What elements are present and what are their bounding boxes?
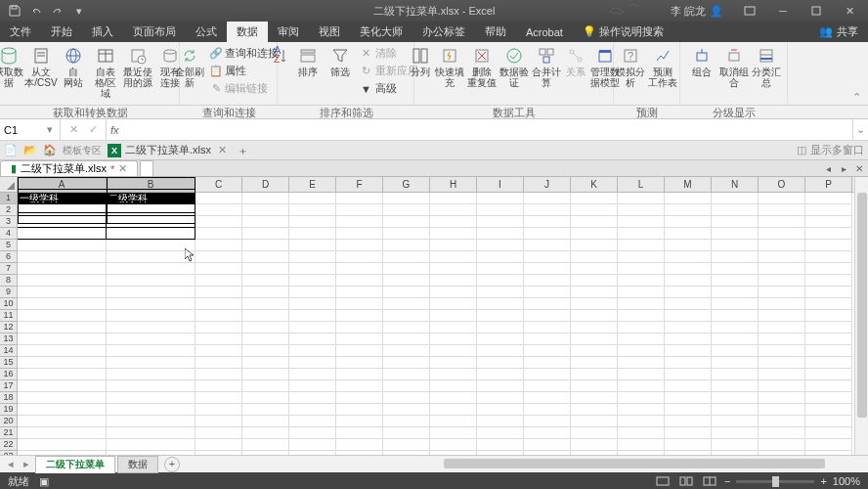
cell[interactable] <box>242 204 289 216</box>
cell[interactable] <box>524 404 571 416</box>
cell[interactable] <box>18 228 107 240</box>
sheet-nav-prev-icon[interactable]: ◂ <box>4 458 18 470</box>
cell[interactable] <box>195 416 242 427</box>
cell[interactable] <box>571 404 618 416</box>
cell[interactable] <box>665 404 712 416</box>
cell[interactable] <box>571 298 618 310</box>
row-header[interactable]: 17 <box>0 380 18 392</box>
cell[interactable] <box>759 404 805 416</box>
row-header[interactable]: 13 <box>0 333 18 345</box>
prev-tab-icon[interactable]: ◂ <box>821 161 835 175</box>
row-header[interactable]: 18 <box>0 392 18 404</box>
cell[interactable] <box>107 439 195 451</box>
cell[interactable] <box>618 392 665 404</box>
cell[interactable] <box>430 333 477 345</box>
cell[interactable] <box>665 287 712 298</box>
cancel-formula-icon[interactable]: ✕ <box>65 123 82 136</box>
cell[interactable] <box>289 310 336 322</box>
cell[interactable] <box>665 322 712 333</box>
cell[interactable] <box>759 416 805 427</box>
page-break-icon[interactable] <box>701 474 718 488</box>
cell[interactable] <box>242 416 289 427</box>
tab-formulas[interactable]: 公式 <box>186 22 227 42</box>
cell[interactable] <box>18 357 107 369</box>
cell[interactable] <box>430 228 477 240</box>
cell[interactable] <box>477 287 524 298</box>
cell[interactable] <box>712 310 759 322</box>
cell[interactable] <box>430 392 477 404</box>
cell[interactable] <box>107 263 195 275</box>
cell[interactable] <box>805 204 852 216</box>
cell[interactable] <box>242 275 289 287</box>
cell[interactable] <box>242 287 289 298</box>
row-header[interactable]: 8 <box>0 275 18 287</box>
cell[interactable] <box>618 427 665 439</box>
cell[interactable] <box>665 416 712 427</box>
expand-formula-icon[interactable]: ⌄ <box>852 119 868 140</box>
row-header[interactable]: 1 <box>0 193 18 204</box>
cell[interactable] <box>18 240 107 251</box>
cell[interactable] <box>289 287 336 298</box>
cell[interactable] <box>336 392 383 404</box>
cell[interactable] <box>242 263 289 275</box>
cell[interactable] <box>759 357 805 369</box>
cell[interactable] <box>383 193 430 204</box>
cell[interactable] <box>571 369 618 380</box>
cell[interactable] <box>430 240 477 251</box>
cell[interactable] <box>383 369 430 380</box>
cell[interactable] <box>477 333 524 345</box>
cell[interactable] <box>665 263 712 275</box>
cell[interactable] <box>430 287 477 298</box>
ungroup-button[interactable]: 取消组合 <box>718 44 750 90</box>
sort-az-button[interactable]: AZ <box>270 44 291 67</box>
cell[interactable] <box>383 216 430 228</box>
cell[interactable] <box>107 380 195 392</box>
row-header[interactable]: 14 <box>0 345 18 357</box>
cell[interactable] <box>242 392 289 404</box>
from-csv-button[interactable]: 从文 本/CSV <box>25 44 57 90</box>
cell[interactable] <box>195 322 242 333</box>
cell[interactable] <box>195 333 242 345</box>
cell[interactable] <box>383 287 430 298</box>
from-web-button[interactable]: 自 网站 <box>58 44 89 90</box>
cell[interactable] <box>107 333 195 345</box>
cell[interactable] <box>805 228 852 240</box>
row-header[interactable]: 9 <box>0 287 18 298</box>
cell[interactable] <box>805 310 852 322</box>
cell[interactable] <box>336 345 383 357</box>
cell[interactable] <box>805 380 852 392</box>
zoom-out-icon[interactable]: − <box>724 475 730 487</box>
relationships-button[interactable]: 关系 <box>563 44 588 79</box>
cell[interactable] <box>571 345 618 357</box>
cell[interactable] <box>712 345 759 357</box>
column-header[interactable]: F <box>336 177 383 192</box>
cell[interactable] <box>477 240 524 251</box>
open-file-icon[interactable]: 📂 <box>23 144 37 157</box>
cell[interactable] <box>336 216 383 228</box>
cell[interactable] <box>289 298 336 310</box>
cell[interactable] <box>195 287 242 298</box>
cell[interactable] <box>383 298 430 310</box>
cell[interactable] <box>336 333 383 345</box>
cell[interactable] <box>524 298 571 310</box>
row-header[interactable]: 3 <box>0 216 18 228</box>
multiwindow-label[interactable]: 显示多窗口 <box>810 143 864 157</box>
cell[interactable] <box>524 263 571 275</box>
cell[interactable] <box>712 228 759 240</box>
cell[interactable] <box>195 275 242 287</box>
cell[interactable] <box>18 369 107 380</box>
cell[interactable] <box>289 275 336 287</box>
cell[interactable] <box>336 357 383 369</box>
cell[interactable] <box>336 228 383 240</box>
column-header[interactable]: K <box>571 177 618 192</box>
name-box-input[interactable] <box>4 124 43 136</box>
column-header[interactable]: G <box>383 177 430 192</box>
cell[interactable] <box>242 439 289 451</box>
cell[interactable] <box>805 287 852 298</box>
cell[interactable] <box>759 204 805 216</box>
name-box[interactable]: ▾ <box>0 119 61 140</box>
cell[interactable] <box>712 240 759 251</box>
cell[interactable] <box>524 228 571 240</box>
accept-formula-icon[interactable]: ✓ <box>84 123 102 136</box>
cell[interactable] <box>18 416 107 427</box>
